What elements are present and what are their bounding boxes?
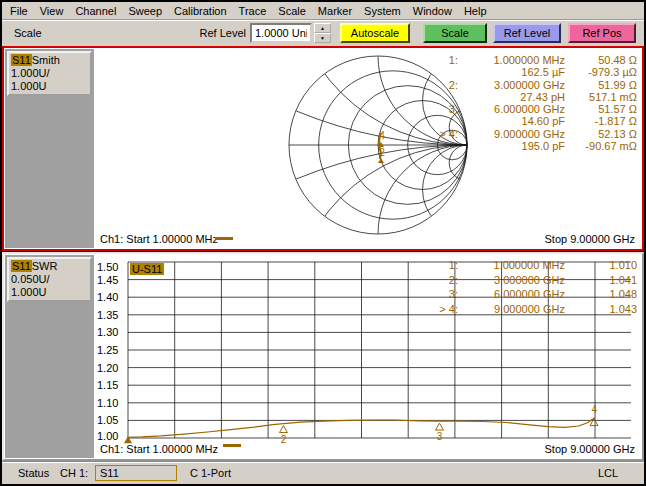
menu-window[interactable]: Window bbox=[407, 4, 458, 18]
spinner-up-button[interactable]: ▲ bbox=[314, 23, 331, 33]
menu-help[interactable]: Help bbox=[458, 4, 493, 18]
smith-trace-param: S11 bbox=[11, 54, 32, 66]
swr-trace-tag: U-S11 bbox=[130, 263, 164, 275]
svg-text:1.05: 1.05 bbox=[97, 414, 118, 426]
swr-plot-panel: S11SWR 0.050U/ 1.000U 1.501.451.401.351.… bbox=[2, 252, 644, 461]
svg-text:4: 4 bbox=[591, 404, 597, 415]
swr-trace-info-box[interactable]: S11SWR 0.050U/ 1.000U bbox=[7, 257, 92, 302]
lcl-mode-indicator: LCL bbox=[598, 467, 618, 479]
menu-sweep[interactable]: Sweep bbox=[122, 4, 168, 18]
svg-text:1.10: 1.10 bbox=[97, 397, 118, 409]
ref-level-button[interactable]: Ref Level bbox=[493, 23, 561, 43]
swr-plot-area: 1.501.451.401.351.301.251.201.151.101.05… bbox=[94, 255, 641, 458]
menu-channel[interactable]: Channel bbox=[69, 4, 122, 18]
swr-start-frequency-label: Ch1: Start 1.00000 MHz bbox=[100, 443, 218, 455]
swr-marker-readout: 1:1.000000 MHz1.010 2:3.000000 GHz1.041 … bbox=[428, 258, 637, 316]
smith-stop-frequency-label: Stop 9.00000 GHz bbox=[544, 233, 635, 245]
menu-view[interactable]: View bbox=[34, 4, 70, 18]
swr-trace-legend-dash bbox=[223, 444, 241, 447]
svg-text:1.20: 1.20 bbox=[97, 362, 118, 374]
svg-text:1.15: 1.15 bbox=[97, 379, 118, 391]
status-label: Status bbox=[18, 467, 49, 479]
correction-status: C 1-Port bbox=[190, 467, 231, 479]
menu-bar: File View Channel Sweep Calibration Trac… bbox=[2, 2, 644, 20]
menu-system[interactable]: System bbox=[358, 4, 407, 18]
swr-trace-format: SWR bbox=[32, 260, 58, 272]
ref-level-label: Ref Level bbox=[196, 27, 246, 39]
ref-level-spinner: ▲ ▼ bbox=[314, 23, 331, 43]
svg-text:1.30: 1.30 bbox=[97, 326, 118, 338]
autoscale-button[interactable]: Autoscale bbox=[340, 23, 410, 43]
channel-label: CH 1: bbox=[60, 467, 88, 479]
status-bar: Status CH 1: S11 C 1-Port LCL bbox=[2, 461, 644, 484]
smith-trace-sidebar: S11Smith 1.000U/ 1.000U bbox=[5, 49, 94, 248]
menu-calibration[interactable]: Calibration bbox=[168, 4, 233, 18]
menu-file[interactable]: File bbox=[4, 4, 34, 18]
smith-trace-format: Smith bbox=[32, 54, 60, 66]
smith-trace-info-box[interactable]: S11Smith 1.000U/ 1.000U bbox=[7, 51, 92, 96]
smith-marker-readout: 1:1.000000 MHz50.48 Ω 162.5 µF-979.3 µΩ … bbox=[428, 54, 637, 152]
menu-scale[interactable]: Scale bbox=[272, 4, 312, 18]
smith-chart-plot-area: 42 1:1.000000 MHz50.48 Ω 162.5 µF-979.3 … bbox=[94, 49, 641, 248]
smith-trace-legend-dash bbox=[215, 237, 233, 240]
svg-text:1.40: 1.40 bbox=[97, 291, 118, 303]
scale-toolbar: Scale Ref Level ▲ ▼ Autoscale Scale Ref … bbox=[2, 20, 644, 46]
ref-level-input[interactable] bbox=[250, 23, 312, 43]
measurement-box[interactable]: S11 bbox=[95, 465, 177, 481]
svg-text:1.35: 1.35 bbox=[97, 309, 118, 321]
ref-pos-button[interactable]: Ref Pos bbox=[568, 23, 636, 43]
svg-text:2: 2 bbox=[379, 147, 385, 158]
svg-text:1.50: 1.50 bbox=[97, 261, 118, 273]
svg-text:3: 3 bbox=[437, 431, 443, 442]
smith-trace-ref: 1.000U bbox=[11, 80, 88, 93]
svg-text:2: 2 bbox=[281, 434, 287, 445]
svg-text:1.45: 1.45 bbox=[97, 274, 118, 286]
svg-text:1.25: 1.25 bbox=[97, 344, 118, 356]
toolbar-mode-label: Scale bbox=[14, 27, 42, 39]
menu-marker[interactable]: Marker bbox=[312, 4, 358, 18]
vna-application-window: File View Channel Sweep Calibration Trac… bbox=[0, 0, 646, 486]
smith-chart-panel: S11Smith 1.000U/ 1.000U 42 1:1.000000 MH… bbox=[2, 46, 644, 251]
spinner-down-button[interactable]: ▼ bbox=[314, 33, 331, 43]
swr-trace-sidebar: S11SWR 0.050U/ 1.000U bbox=[5, 255, 94, 458]
svg-text:4: 4 bbox=[379, 130, 385, 141]
swr-trace-param: S11 bbox=[11, 260, 32, 272]
scale-button[interactable]: Scale bbox=[423, 23, 487, 43]
smith-trace-scale: 1.000U/ bbox=[11, 67, 88, 80]
swr-stop-frequency-label: Stop 9.00000 GHz bbox=[544, 443, 635, 455]
svg-text:1.00: 1.00 bbox=[97, 430, 118, 442]
swr-trace-ref: 1.000U bbox=[11, 286, 88, 299]
smith-start-frequency-label: Ch1: Start 1.00000 MHz bbox=[100, 233, 218, 245]
menu-trace[interactable]: Trace bbox=[233, 4, 273, 18]
swr-trace-scale: 0.050U/ bbox=[11, 273, 88, 286]
